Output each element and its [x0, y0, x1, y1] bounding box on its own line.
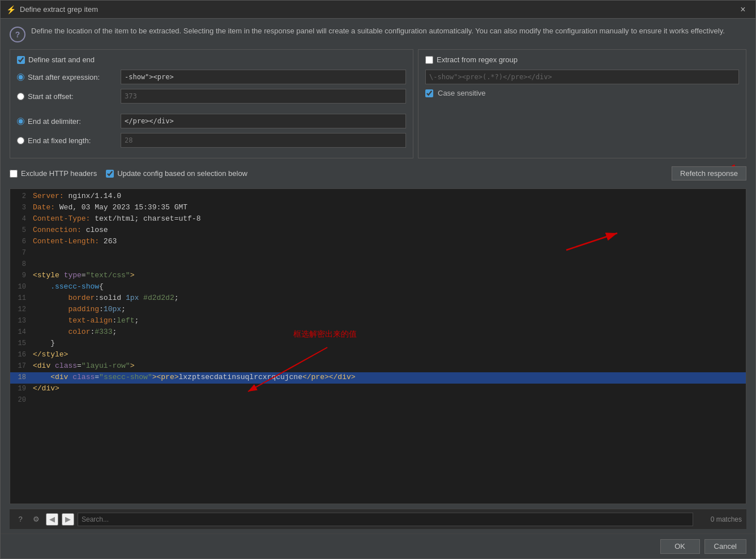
- line-num-18: 18: [10, 373, 33, 383]
- line-num-6: 6: [10, 237, 33, 247]
- start-offset-row: Start at offset:: [17, 89, 406, 104]
- update-config-text: Update config based on selection below: [117, 169, 247, 178]
- code-line-8: 8: [10, 259, 746, 270]
- line-content-18: <div class="ssecc-show"><pre>lxzptsecdat…: [33, 373, 356, 383]
- code-line-17: 17 <div class="layui-row">: [10, 361, 746, 372]
- search-settings-button[interactable]: ⚙: [30, 513, 42, 526]
- start-offset-label: Start at offset:: [28, 92, 74, 101]
- right-panel: Extract from regex group Case sensitive …: [418, 49, 746, 158]
- dialog-window: ⚡ Define extract grep item × ? Define th…: [0, 0, 756, 559]
- code-line-14: 14 color:#333;: [10, 327, 746, 338]
- end-delimiter-label: End at delimiter:: [28, 117, 81, 126]
- code-line-13: 13 text-align:left;: [10, 316, 746, 327]
- line-num-13: 13: [10, 316, 33, 326]
- case-sensitive-checkbox[interactable]: [425, 89, 433, 97]
- regex-input[interactable]: [425, 70, 739, 84]
- line-content-4: Content-Type: text/html; charset=utf-8: [33, 214, 200, 225]
- line-num-4: 4: [10, 214, 33, 225]
- start-after-input[interactable]: [121, 70, 406, 84]
- info-text: Define the location of the item to be ex…: [31, 25, 725, 37]
- start-offset-radio-label: Start at offset:: [17, 92, 116, 101]
- dialog-content: ? Define the location of the item to be …: [1, 19, 755, 534]
- line-content-6: Content-Length: 263: [33, 237, 117, 247]
- search-prev-button[interactable]: ◀: [46, 513, 58, 526]
- end-fixed-label: End at fixed length:: [28, 136, 91, 145]
- line-content-14: color:#333;: [33, 328, 117, 338]
- line-num-11: 11: [10, 294, 33, 304]
- line-num-5: 5: [10, 226, 33, 236]
- line-num-3: 3: [10, 203, 33, 213]
- code-line-18: 18 <div class="ssecc-show"><pre>lxzptsec…: [10, 372, 746, 384]
- line-num-16: 16: [10, 350, 33, 360]
- start-after-radio-label: Start after expression:: [17, 73, 116, 81]
- end-delimiter-row: End at delimiter:: [17, 114, 406, 128]
- code-panel: 2 Server: nginx/1.14.0 3 Date: Wed, 03 M…: [10, 188, 746, 504]
- line-num-8: 8: [10, 260, 33, 270]
- start-offset-input[interactable]: [121, 89, 406, 104]
- case-sensitive-label: Case sensitive: [438, 89, 486, 97]
- exclude-http-label: Exclude HTTP headers: [10, 169, 97, 178]
- case-sensitive-row: Case sensitive: [425, 89, 739, 97]
- info-icon: ?: [10, 27, 25, 42]
- line-num-19: 19: [10, 384, 33, 394]
- code-line-10: 10 .ssecc-show{: [10, 282, 746, 293]
- line-num-15: 15: [10, 339, 33, 349]
- ok-button[interactable]: OK: [660, 539, 700, 554]
- panels-row: Define start and end Start after express…: [10, 49, 746, 158]
- close-button[interactable]: ×: [736, 3, 750, 16]
- refetch-response-button[interactable]: Refetch response: [672, 166, 746, 180]
- line-content-5: Connection: close: [33, 226, 108, 236]
- line-num-7: 7: [10, 248, 33, 259]
- line-content-12: padding:10px;: [33, 305, 126, 315]
- code-line-19: 19 </div>: [10, 384, 746, 395]
- line-content-11: border:solid 1px #d2d2d2;: [33, 294, 179, 304]
- update-config-label: Update config based on selection below: [106, 169, 247, 178]
- exclude-http-checkbox[interactable]: [10, 170, 18, 178]
- extract-regex-checkbox[interactable]: [425, 56, 433, 64]
- line-content-10: .ssecc-show{: [33, 282, 104, 293]
- line-num-10: 10: [10, 282, 33, 293]
- right-panel-title: Extract from regex group: [437, 55, 518, 64]
- line-content-3: Date: Wed, 03 May 2023 15:39:35 GMT: [33, 203, 187, 213]
- right-panel-header: Extract from regex group: [425, 55, 739, 64]
- search-bar: ? ⚙ ◀ ▶ 0 matches: [10, 509, 746, 529]
- code-line-3: 3 Date: Wed, 03 May 2023 15:39:35 GMT: [10, 203, 746, 214]
- end-fixed-row: End at fixed length:: [17, 133, 406, 148]
- end-fixed-radio[interactable]: [17, 137, 24, 144]
- start-after-radio[interactable]: [17, 74, 24, 81]
- search-next-button[interactable]: ▶: [62, 513, 74, 526]
- left-panel: Define start and end Start after express…: [10, 49, 413, 158]
- end-delimiter-input[interactable]: [121, 114, 406, 128]
- help-search-button[interactable]: ?: [14, 513, 27, 526]
- line-num-12: 12: [10, 305, 33, 315]
- end-fixed-input[interactable]: [121, 133, 406, 148]
- line-content-19: </div>: [33, 384, 59, 394]
- code-line-12: 12 padding:10px;: [10, 304, 746, 316]
- end-delimiter-radio-label: End at delimiter:: [17, 117, 116, 126]
- title-bar: ⚡ Define extract grep item ×: [1, 1, 755, 19]
- define-start-end-checkbox[interactable]: [17, 56, 25, 64]
- line-content-13: text-align:left;: [33, 316, 139, 326]
- code-line-6: 6 Content-Length: 263: [10, 236, 746, 248]
- code-line-11: 11 border:solid 1px #d2d2d2;: [10, 293, 746, 304]
- line-num-2: 2: [10, 192, 33, 202]
- code-line-7: 7: [10, 248, 746, 259]
- exclude-http-text: Exclude HTTP headers: [21, 169, 97, 178]
- cancel-button[interactable]: Cancel: [704, 539, 746, 554]
- code-line-15: 15 }: [10, 338, 746, 350]
- line-num-14: 14: [10, 328, 33, 338]
- line-num-9: 9: [10, 271, 33, 281]
- line-content-17: <div class="layui-row">: [33, 362, 135, 372]
- bottom-bar: OK Cancel: [1, 534, 755, 558]
- code-content[interactable]: 2 Server: nginx/1.14.0 3 Date: Wed, 03 M…: [10, 189, 746, 504]
- code-line-5: 5 Connection: close: [10, 225, 746, 236]
- line-content-15: }: [33, 339, 55, 349]
- update-config-checkbox[interactable]: [106, 170, 114, 178]
- start-after-label: Start after expression:: [28, 73, 100, 81]
- line-content-16: </style>: [33, 350, 68, 360]
- search-input[interactable]: [78, 513, 693, 526]
- end-delimiter-radio[interactable]: [17, 118, 24, 125]
- start-offset-radio[interactable]: [17, 93, 24, 100]
- code-line-20: 20: [10, 395, 746, 406]
- title-icon: ⚡: [6, 5, 15, 14]
